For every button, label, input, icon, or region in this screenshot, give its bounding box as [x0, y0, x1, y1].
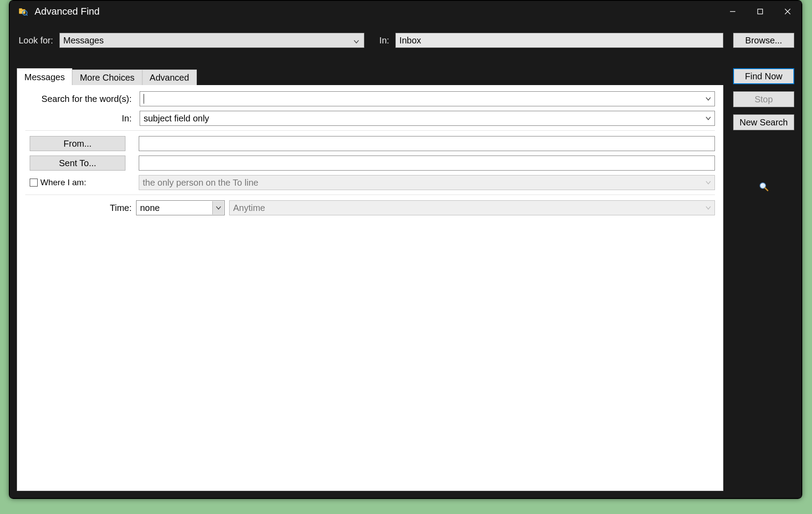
from-input[interactable] [139, 136, 715, 151]
time-range-select: Anytime [229, 200, 715, 215]
look-for-select[interactable]: Messages [59, 33, 364, 48]
stop-button: Stop [733, 91, 794, 107]
time-condition-dropdown-button[interactable] [212, 201, 224, 214]
from-button[interactable]: From... [30, 136, 125, 151]
svg-point-9 [761, 184, 763, 185]
maximize-button[interactable] [746, 1, 774, 22]
where-i-am-select: the only person on the To line [139, 175, 715, 190]
in-folder-label: In: [378, 35, 391, 46]
tab-messages[interactable]: Messages [17, 68, 72, 85]
search-in-select[interactable]: subject field only [140, 111, 715, 126]
find-now-button[interactable]: Find Now [733, 68, 794, 84]
sent-to-button[interactable]: Sent To... [30, 156, 125, 171]
svg-rect-1 [19, 8, 22, 10]
where-i-am-label: Where I am: [40, 178, 86, 187]
in-folder-value: Inbox [399, 35, 421, 46]
tab-more-choices[interactable]: More Choices [72, 70, 142, 86]
new-search-button[interactable]: New Search [733, 114, 794, 130]
svg-line-3 [27, 15, 28, 16]
minimize-button[interactable] [719, 1, 746, 22]
sent-to-input[interactable] [139, 156, 715, 171]
look-for-label: Look for: [17, 35, 55, 46]
magnifier-icon [759, 182, 769, 194]
tab-advanced[interactable]: Advanced [142, 70, 197, 86]
close-button[interactable] [774, 1, 801, 22]
where-i-am-dropdown-button [703, 176, 714, 189]
search-in-label: In: [25, 113, 136, 124]
tab-content: Search for the word(s): [17, 85, 723, 491]
time-label: Time: [25, 203, 136, 213]
titlebar: Advanced Find [10, 1, 801, 22]
in-folder-input[interactable]: Inbox [395, 33, 723, 48]
action-buttons: Find Now Stop New Search [733, 68, 794, 491]
divider [25, 195, 715, 195]
browse-button[interactable]: Browse... [733, 33, 794, 48]
look-for-value: Messages [63, 35, 104, 46]
tabstrip: Messages More Choices Advanced [17, 68, 723, 85]
svg-line-10 [765, 188, 768, 191]
search-words-input[interactable] [140, 91, 715, 106]
chevron-down-icon [353, 37, 360, 44]
text-cursor [144, 94, 144, 104]
window-title: Advanced Find [35, 6, 719, 17]
advanced-find-window: Advanced Find Look for: Messages [10, 1, 801, 498]
search-scope-bar: Look for: Messages In: Inbox Browse... [10, 22, 801, 53]
search-words-dropdown-button[interactable] [703, 92, 714, 105]
svg-rect-5 [758, 9, 763, 14]
search-in-dropdown-button[interactable] [703, 112, 714, 125]
time-condition-select[interactable]: none [136, 200, 225, 215]
divider [25, 130, 715, 131]
where-i-am-checkbox[interactable] [30, 179, 38, 187]
time-range-dropdown-button [703, 201, 714, 214]
app-icon [19, 7, 27, 16]
search-words-label: Search for the word(s): [25, 94, 136, 104]
